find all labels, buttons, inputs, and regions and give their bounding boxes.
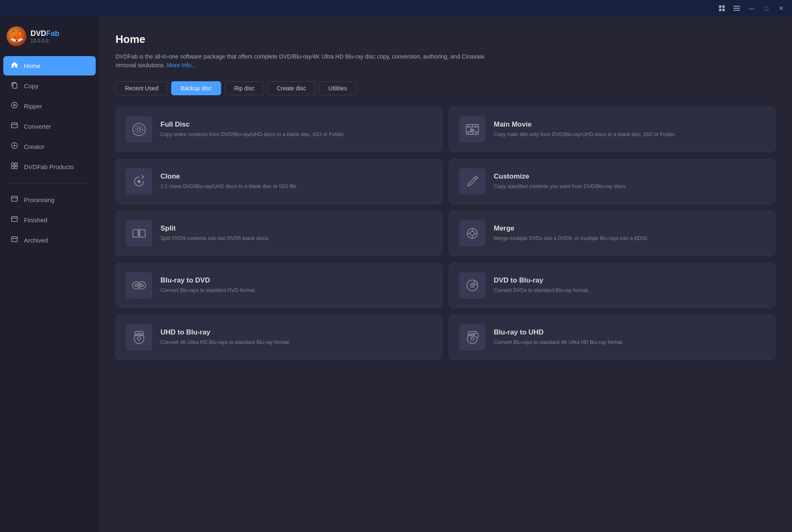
sidebar-divider: [7, 183, 92, 184]
card-bluray-to-uhd[interactable]: UHD Blu-ray to UHD Convert Blu-rays to s…: [449, 315, 776, 360]
main-movie-desc: Copy main title only from DVD/Blu-ray/UH…: [494, 131, 676, 139]
ripper-icon: [10, 101, 19, 111]
svg-rect-17: [12, 196, 17, 201]
svg-marker-35: [471, 129, 474, 131]
full-disc-desc: Copy entire contents from DVD/Blu-ray/UH…: [160, 131, 345, 139]
main-movie-title: Main Movie: [494, 120, 676, 129]
uhd-to-bluray-desc: Convert 4K Ultra HD Blu-rays to standard…: [160, 339, 290, 346]
sidebar-bottom: Processing Finished Arch: [0, 190, 99, 250]
logo-version: 13.0.0.0: [31, 38, 59, 44]
split-title: Split: [160, 224, 269, 233]
sidebar-item-dvdfab-products[interactable]: DVDFab Products: [3, 157, 96, 177]
main-content: Home DVDFab is the all-in-one software p…: [99, 16, 792, 532]
clone-info: Clone 1:1 clone DVD/Blu-ray/UHD discs to…: [160, 172, 297, 191]
svg-point-48: [135, 284, 137, 287]
menu-btn[interactable]: [731, 2, 742, 14]
bluray-to-dvd-desc: Convert Blu-rays to standard DVD format.: [160, 287, 256, 294]
split-desc: Split DVD9 contents into two DVD5 blank …: [160, 235, 269, 242]
uhd-to-bluray-icon-wrap: UHD: [126, 324, 152, 351]
sidebar-label-processing: Processing: [24, 196, 54, 203]
svg-rect-3: [722, 9, 725, 11]
card-bluray-to-dvd[interactable]: Blu-ray to DVD Convert Blu-rays to stand…: [116, 263, 442, 308]
card-clone[interactable]: Clone 1:1 clone DVD/Blu-ray/UHD discs to…: [116, 159, 442, 204]
svg-rect-4: [733, 6, 740, 7]
svg-rect-14: [15, 163, 17, 165]
dvd-to-bluray-info: DVD to Blu-ray Convert DVDs to standard …: [494, 276, 589, 294]
clone-icon: [131, 174, 147, 189]
svg-point-53: [471, 285, 473, 286]
customize-desc: Copy specified contents you want from DV…: [494, 183, 627, 191]
maximize-icon: □: [765, 5, 768, 12]
merge-icon-wrap: [459, 220, 486, 247]
sidebar-item-ripper[interactable]: Ripper: [3, 97, 96, 116]
clone-icon-wrap: [126, 168, 152, 195]
svg-text:UHD: UHD: [136, 333, 142, 336]
card-uhd-to-bluray[interactable]: UHD UHD to Blu-ray Convert 4K Ultra HD B…: [116, 315, 442, 360]
close-icon: ✕: [779, 5, 784, 12]
sidebar-logo: DVDFab 13.0.0.0: [0, 23, 99, 56]
sidebar-item-archived[interactable]: Archived: [3, 231, 96, 250]
app-icon-btn[interactable]: [716, 2, 728, 14]
svg-point-50: [141, 284, 143, 287]
close-btn[interactable]: ✕: [776, 2, 787, 14]
svg-point-24: [137, 128, 141, 131]
svg-line-37: [474, 178, 476, 179]
tab-utilities[interactable]: Utilities: [319, 81, 356, 95]
sidebar-item-home[interactable]: Home: [3, 56, 96, 75]
creator-icon: [10, 142, 19, 151]
sidebar-label-converter: Converter: [24, 123, 51, 130]
tab-rip-disc[interactable]: Rip disc: [224, 81, 264, 95]
main-movie-icon-wrap: [459, 116, 486, 143]
customize-icon-wrap: [459, 168, 486, 195]
svg-rect-10: [12, 123, 17, 128]
finished-icon: [10, 215, 19, 225]
card-customize[interactable]: Customize Copy specified contents you wa…: [449, 159, 776, 204]
minimize-btn[interactable]: —: [746, 2, 757, 14]
tab-create-disc[interactable]: Create disc: [267, 81, 316, 95]
sidebar-item-copy[interactable]: Copy: [3, 76, 96, 96]
sidebar-item-finished[interactable]: Finished: [3, 210, 96, 230]
svg-rect-19: [12, 217, 17, 221]
svg-rect-39: [140, 230, 145, 237]
sidebar-label-copy: Copy: [24, 82, 38, 89]
sidebar-item-converter[interactable]: Converter: [3, 117, 96, 136]
svg-point-60: [471, 337, 474, 340]
logo-text: DVDFab 13.0.0.0: [31, 29, 59, 44]
bluray-to-uhd-icon: UHD: [464, 330, 480, 345]
card-full-disc[interactable]: Full Disc Copy entire contents from DVD/…: [116, 107, 442, 152]
bluray-to-uhd-icon-wrap: UHD: [459, 324, 486, 351]
logo-name: DVDFab: [31, 29, 59, 38]
archived-icon: [10, 235, 19, 245]
converter-icon: [10, 122, 19, 131]
card-dvd-to-bluray[interactable]: DVD to Blu-ray Convert DVDs to standard …: [449, 263, 776, 308]
tab-backup-disc[interactable]: Backup disc: [171, 81, 221, 95]
sidebar: DVDFab 13.0.0.0 Home: [0, 16, 99, 532]
processing-icon: [10, 195, 19, 205]
full-disc-icon: [131, 122, 147, 137]
sidebar-label-home: Home: [24, 62, 40, 69]
svg-point-49: [138, 282, 146, 289]
uhd-to-bluray-info: UHD to Blu-ray Convert 4K Ultra HD Blu-r…: [160, 328, 290, 346]
merge-info: Merge Merge multiple DVDs into a DVD9, o…: [494, 224, 648, 242]
card-merge[interactable]: Merge Merge multiple DVDs into a DVD9, o…: [449, 211, 776, 256]
sidebar-item-creator[interactable]: Creator: [3, 137, 96, 156]
svg-point-9: [14, 104, 15, 106]
home-icon: [10, 61, 19, 71]
dvd-to-bluray-desc: Convert DVDs to standard Blu-ray format.: [494, 287, 589, 294]
merge-desc: Merge multiple DVDs into a DVD9, or mult…: [494, 235, 648, 242]
uhd-to-bluray-icon: UHD: [131, 330, 147, 345]
card-main-movie[interactable]: Main Movie Copy main title only from DVD…: [449, 107, 776, 152]
sidebar-item-processing[interactable]: Processing: [3, 190, 96, 210]
bluray-to-dvd-icon-wrap: [126, 272, 152, 299]
sidebar-label-finished: Finished: [24, 217, 47, 224]
tab-recent-used[interactable]: Recent Used: [116, 81, 168, 95]
split-info: Split Split DVD9 contents into two DVD5 …: [160, 224, 269, 242]
card-split[interactable]: Split Split DVD9 contents into two DVD5 …: [116, 211, 442, 256]
svg-point-63: [474, 333, 478, 337]
maximize-btn[interactable]: □: [761, 2, 772, 14]
main-movie-info: Main Movie Copy main title only from DVD…: [494, 120, 676, 139]
merge-icon: [464, 226, 480, 241]
clone-title: Clone: [160, 172, 297, 181]
sidebar-label-ripper: Ripper: [24, 103, 42, 110]
more-info-link[interactable]: More Info...: [167, 62, 196, 68]
